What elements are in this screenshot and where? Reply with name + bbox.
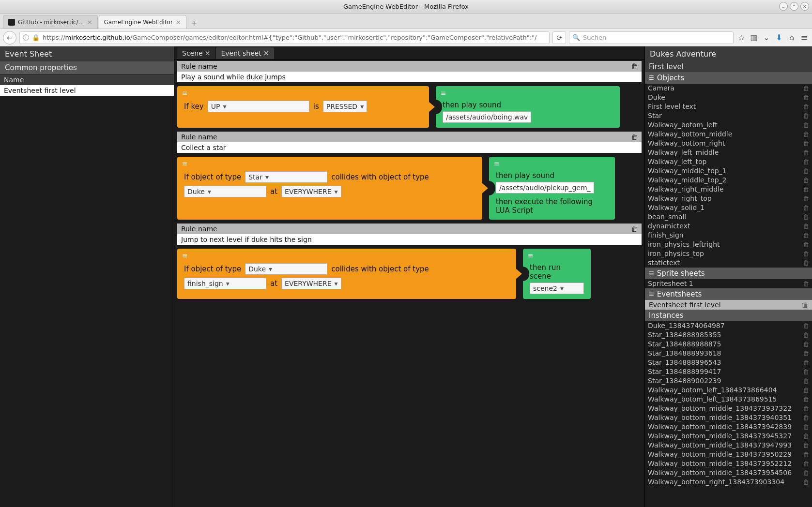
- trash-icon[interactable]: 🗑: [803, 367, 809, 376]
- object-item[interactable]: Camera🗑: [645, 84, 812, 93]
- downloads-icon[interactable]: ⬇: [774, 33, 784, 42]
- action-block[interactable]: ≡then play sound/assets/audio/pickup_gem…: [489, 157, 615, 220]
- rule-name-input[interactable]: Jump to next level if duke hits the sign: [177, 234, 642, 245]
- trash-icon[interactable]: 🗑: [803, 422, 809, 432]
- maximize-icon[interactable]: ⌃: [790, 2, 798, 11]
- instance-item[interactable]: Walkway_bottom_right_1384373903304🗑: [645, 477, 812, 487]
- object-item[interactable]: Walkway_right_top🗑: [645, 194, 812, 203]
- trash-icon[interactable]: 🗑: [803, 340, 809, 349]
- object-item[interactable]: statictext🗑: [645, 258, 812, 268]
- trash-icon[interactable]: 🗑: [803, 441, 809, 450]
- trash-icon[interactable]: 🗑: [803, 240, 809, 249]
- instance-item[interactable]: Walkway_bottom_middle_1384373942839🗑: [645, 422, 812, 432]
- object-item[interactable]: Walkway_bottom_right🗑: [645, 139, 812, 148]
- instance-item[interactable]: Star_1384889002239🗑: [645, 376, 812, 386]
- instance-item[interactable]: Star_1384888988875🗑: [645, 340, 812, 349]
- trash-icon[interactable]: 🗑: [803, 279, 809, 288]
- trash-icon[interactable]: 🗑: [803, 93, 809, 102]
- trash-icon[interactable]: 🗑: [803, 222, 809, 231]
- new-tab-button[interactable]: +: [187, 17, 201, 29]
- back-button[interactable]: ←: [3, 31, 16, 45]
- trash-icon[interactable]: 🗑: [803, 450, 809, 459]
- dropdown[interactable]: scene2▾: [530, 283, 584, 294]
- trash-icon[interactable]: 🗑: [803, 395, 809, 404]
- object-item[interactable]: finish_sign🗑: [645, 231, 812, 240]
- menu-icon[interactable]: ≡: [799, 32, 809, 43]
- url-input[interactable]: ⓘ 🔒 https://mirkosertic.github.io/GameCo…: [19, 31, 550, 44]
- home-icon[interactable]: ⌂: [787, 33, 797, 42]
- instance-item[interactable]: Star_1384888996543🗑: [645, 358, 812, 367]
- instance-item[interactable]: Walkway_bottom_middle_1384373947993🗑: [645, 441, 812, 450]
- trash-icon[interactable]: 🗑: [803, 413, 809, 422]
- object-item[interactable]: Walkway_botom_left🗑: [645, 120, 812, 130]
- pocket-icon[interactable]: ⌄: [762, 33, 771, 42]
- dropdown[interactable]: Star▾: [245, 171, 327, 183]
- close-icon[interactable]: ×: [800, 2, 809, 11]
- action-block[interactable]: ≡then run scenescene2▾: [523, 249, 591, 299]
- trash-icon[interactable]: 🗑: [803, 432, 809, 441]
- spritesheets-section-header[interactable]: ☰ Sprite sheets: [645, 268, 812, 279]
- trash-icon[interactable]: 🗑: [803, 139, 809, 148]
- object-item[interactable]: iron_physics_leftright🗑: [645, 240, 812, 249]
- trash-icon[interactable]: 🗑: [631, 62, 638, 70]
- drag-handle-icon[interactable]: ≡: [494, 160, 500, 167]
- drag-handle-icon[interactable]: ≡: [441, 89, 447, 97]
- dropdown[interactable]: Duke▾: [245, 263, 327, 275]
- dropdown[interactable]: finish_sign▾: [184, 278, 266, 289]
- objects-section-header[interactable]: ☰ Objects: [645, 72, 812, 84]
- object-item[interactable]: Walkway_left_middle🗑: [645, 148, 812, 157]
- trash-icon[interactable]: 🗑: [631, 225, 638, 233]
- object-item[interactable]: Walkway_right_middle🗑: [645, 185, 812, 194]
- dropdown[interactable]: Duke▾: [184, 186, 266, 197]
- bookmark-icon[interactable]: ☆: [736, 33, 746, 42]
- object-item[interactable]: Walkway_left_top🗑: [645, 157, 812, 166]
- tab-close-icon[interactable]: ×: [87, 18, 92, 26]
- trash-icon[interactable]: 🗑: [803, 166, 809, 176]
- object-item[interactable]: Walkway_solid_1🗑: [645, 203, 812, 212]
- scene-title[interactable]: First level: [645, 61, 812, 72]
- library-icon[interactable]: ▥: [749, 33, 759, 42]
- instance-item[interactable]: Star_1384888985355🗑: [645, 330, 812, 340]
- trash-icon[interactable]: 🗑: [803, 249, 809, 258]
- instance-item[interactable]: Walkway_botom_left_1384373869515🗑: [645, 395, 812, 404]
- instances-section-header[interactable]: Instances: [645, 310, 812, 321]
- trash-icon[interactable]: 🗑: [803, 477, 809, 487]
- reload-button[interactable]: ⟳: [552, 31, 566, 44]
- trash-icon[interactable]: 🗑: [803, 84, 809, 93]
- tab-close-icon[interactable]: ×: [176, 18, 181, 26]
- trash-icon[interactable]: 🗑: [803, 358, 809, 367]
- dropdown[interactable]: PRESSED▾: [323, 101, 367, 112]
- trash-icon[interactable]: 🗑: [803, 102, 809, 111]
- object-item[interactable]: bean_small🗑: [645, 212, 812, 222]
- spritesheet-item[interactable]: Spritesheet 1🗑: [645, 279, 812, 288]
- object-item[interactable]: Star🗑: [645, 111, 812, 120]
- instance-item[interactable]: Walkway_bottom_middle_1384373940351🗑: [645, 413, 812, 422]
- trash-icon[interactable]: 🗑: [631, 133, 638, 141]
- drag-handle-icon[interactable]: ≡: [182, 89, 188, 97]
- browser-tab-editor[interactable]: GameEngine WebEditor ×: [99, 15, 186, 29]
- trash-icon[interactable]: 🗑: [801, 301, 808, 309]
- rule-name-input[interactable]: Play a sound while duke jumps: [177, 72, 642, 82]
- condition-block[interactable]: ≡If object of typeDuke▾collides with obj…: [177, 249, 516, 299]
- object-item[interactable]: Walkway_middle_top_2🗑: [645, 176, 812, 185]
- instance-item[interactable]: Star_1384888993618🗑: [645, 349, 812, 358]
- text-input[interactable]: /assets/audio/boing.wav: [443, 111, 531, 123]
- tab-event-sheet[interactable]: Event sheet✕: [216, 47, 274, 59]
- trash-icon[interactable]: 🗑: [803, 120, 809, 130]
- trash-icon[interactable]: 🗑: [803, 111, 809, 120]
- drag-handle-icon[interactable]: ≡: [182, 252, 188, 259]
- dropdown[interactable]: UP▾: [208, 101, 309, 112]
- object-item[interactable]: iron_physics_top🗑: [645, 249, 812, 258]
- trash-icon[interactable]: 🗑: [803, 321, 809, 330]
- action-block[interactable]: ≡then play sound/assets/audio/boing.wav: [436, 86, 620, 128]
- trash-icon[interactable]: 🗑: [803, 404, 809, 413]
- trash-icon[interactable]: 🗑: [803, 468, 809, 477]
- minimize-icon[interactable]: ⌄: [779, 2, 788, 11]
- object-item[interactable]: Duke🗑: [645, 93, 812, 102]
- prop-name-value[interactable]: Eventsheet first level: [0, 85, 174, 96]
- instance-item[interactable]: Walkway_bottom_middle_1384373950229🗑: [645, 450, 812, 459]
- rule-name-input[interactable]: Collect a star: [177, 142, 642, 153]
- trash-icon[interactable]: 🗑: [803, 459, 809, 468]
- object-item[interactable]: dynamictext🗑: [645, 222, 812, 231]
- drag-handle-icon[interactable]: ≡: [182, 160, 188, 167]
